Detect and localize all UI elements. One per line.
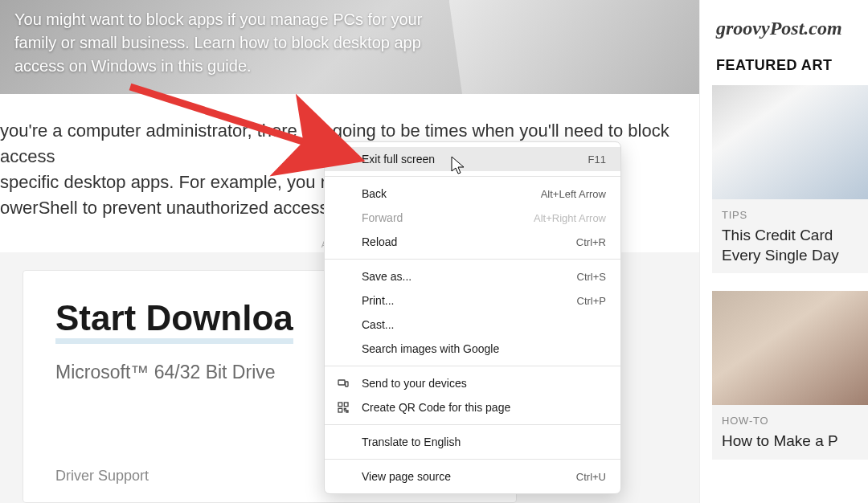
context-menu-item[interactable]: Save as...Ctrl+S bbox=[325, 264, 620, 288]
context-menu-separator bbox=[325, 176, 620, 177]
svg-rect-3 bbox=[344, 403, 348, 407]
context-menu-item[interactable]: Print...Ctrl+P bbox=[325, 288, 620, 313]
featured-thumbnail bbox=[712, 291, 868, 405]
featured-category: TIPS bbox=[722, 209, 862, 221]
site-logo[interactable]: groovyPost.com bbox=[712, 0, 868, 52]
context-menu-label: View page source bbox=[362, 470, 576, 483]
context-menu-label: Create QR Code for this page bbox=[362, 401, 606, 414]
ad-sponsor: Driver Support bbox=[55, 468, 149, 485]
context-menu-item[interactable]: Search images with Google bbox=[325, 337, 620, 361]
context-menu-label: Exit full screen bbox=[362, 153, 588, 166]
featured-title: How to Make a P bbox=[722, 431, 862, 452]
qr-icon bbox=[336, 400, 350, 415]
ad-headline: Start Downloa bbox=[55, 300, 293, 344]
svg-rect-4 bbox=[338, 408, 342, 412]
context-menu-shortcut: Ctrl+S bbox=[577, 271, 606, 283]
svg-rect-1 bbox=[346, 382, 348, 386]
featured-heading: FEATURED ART bbox=[716, 57, 868, 74]
svg-rect-0 bbox=[338, 380, 345, 385]
context-menu-label: Print... bbox=[362, 294, 577, 307]
context-menu-label: Save as... bbox=[362, 270, 577, 283]
devices-icon bbox=[336, 376, 350, 391]
featured-thumbnail bbox=[712, 85, 868, 199]
context-menu-item[interactable]: Exit full screenF11 bbox=[325, 147, 620, 171]
context-menu-item: ForwardAlt+Right Arrow bbox=[325, 206, 620, 230]
featured-card[interactable]: HOW-TO How to Make a P bbox=[712, 291, 868, 460]
context-menu-item[interactable]: Send to your devices bbox=[325, 371, 620, 395]
context-menu-shortcut: Ctrl+U bbox=[576, 471, 606, 483]
context-menu-shortcut: F11 bbox=[588, 153, 606, 166]
context-menu-label: Cast... bbox=[362, 318, 606, 331]
context-menu-shortcut: Ctrl+P bbox=[577, 295, 606, 307]
context-menu-item[interactable]: Translate to English bbox=[325, 430, 620, 454]
context-menu-shortcut: Ctrl+R bbox=[576, 236, 606, 248]
context-menu-label: Back bbox=[362, 187, 541, 200]
context-menu-item[interactable]: BackAlt+Left Arrow bbox=[325, 182, 620, 206]
context-menu-label: Forward bbox=[362, 211, 534, 224]
featured-title: This Credit Card Every Single Day bbox=[722, 226, 862, 265]
context-menu-separator bbox=[325, 259, 620, 260]
context-menu-separator bbox=[325, 459, 620, 460]
context-menu-label: Send to your devices bbox=[362, 377, 606, 390]
context-menu-item[interactable]: ReloadCtrl+R bbox=[325, 230, 620, 254]
hero-text: You might want to block apps if you mana… bbox=[14, 8, 465, 78]
svg-rect-2 bbox=[338, 403, 342, 407]
context-menu-label: Translate to English bbox=[362, 436, 606, 448]
featured-category: HOW-TO bbox=[722, 415, 862, 427]
context-menu: Exit full screenF11BackAlt+Left ArrowFor… bbox=[324, 141, 621, 494]
featured-card[interactable]: TIPS This Credit Card Every Single Day bbox=[712, 85, 868, 273]
context-menu-label: Reload bbox=[362, 235, 576, 248]
hero-banner: You might want to block apps if you mana… bbox=[0, 0, 699, 94]
context-menu-label: Search images with Google bbox=[362, 342, 606, 355]
context-menu-shortcut: Alt+Left Arrow bbox=[541, 188, 606, 200]
context-menu-item[interactable]: Cast... bbox=[325, 313, 620, 337]
context-menu-shortcut: Alt+Right Arrow bbox=[534, 212, 606, 224]
sidebar: groovyPost.com FEATURED ART TIPS This Cr… bbox=[699, 0, 868, 503]
context-menu-separator bbox=[325, 424, 620, 425]
context-menu-item[interactable]: Create QR Code for this page bbox=[325, 395, 620, 419]
context-menu-separator bbox=[325, 366, 620, 366]
context-menu-item[interactable]: View page sourceCtrl+U bbox=[325, 464, 620, 489]
